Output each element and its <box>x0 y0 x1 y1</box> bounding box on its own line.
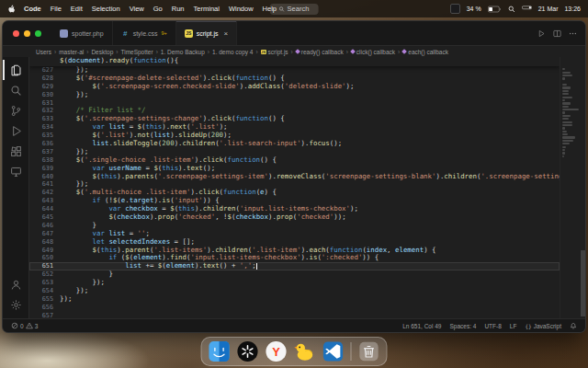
code-line[interactable]: 636 list.slideToggle(200).children('.lis… <box>29 140 560 148</box>
dock-separator <box>351 342 352 361</box>
dock-chatgpt-icon[interactable] <box>237 340 259 362</box>
settings-gear-icon[interactable] <box>3 294 28 315</box>
problems-indicator[interactable]: 0 3 <box>11 322 38 329</box>
code-line[interactable]: 645 $(checkbox).prop('checked', !$(check… <box>29 213 560 222</box>
desktop-wallpaper: CodeFileEditSelectionViewGoRunTerminalWi… <box>0 0 588 368</box>
breadcrumb-item[interactable]: 1. Demo Backup <box>161 49 205 55</box>
minimap[interactable] <box>560 57 581 318</box>
line-number: 643 <box>29 197 60 205</box>
close-icon[interactable]: × <box>224 29 229 38</box>
menu-view[interactable]: View <box>125 5 149 13</box>
split-editor-icon[interactable] <box>553 29 561 38</box>
menu-window[interactable]: Window <box>224 5 258 13</box>
menu-edit[interactable]: Edit <box>66 5 87 13</box>
code-line[interactable]: 630 }); <box>29 91 560 99</box>
chevron-right-icon: › <box>398 49 400 55</box>
breadcrumb-item[interactable]: Users <box>36 49 51 55</box>
tab-style.css[interactable]: #style.css9+ <box>113 21 176 45</box>
breadcrumb-item[interactable]: TimeSpotter <box>120 49 153 55</box>
battery-percent: 34 % <box>467 6 481 12</box>
more-actions-icon[interactable] <box>569 29 577 38</box>
indentation-setting[interactable]: Spaces: 4 <box>449 323 476 329</box>
scrollbar-thumb[interactable] <box>581 250 585 316</box>
code-line[interactable]: 640 $(this).parents('.screenpage-setting… <box>29 173 560 181</box>
remote-explorer-icon[interactable] <box>3 161 28 181</box>
menubar-time[interactable]: 13:26 <box>564 6 581 12</box>
breadcrumb-item[interactable]: 1. demo copy 4 <box>212 49 253 55</box>
control-center-icon[interactable] <box>522 6 532 13</box>
menu-selection[interactable]: Selection <box>87 5 125 13</box>
eol-setting[interactable]: LF <box>510 323 517 329</box>
breadcrumb-label: 1. demo copy 4 <box>212 49 253 55</box>
minimap-line <box>562 77 565 79</box>
code-text: }); <box>60 295 72 304</box>
line-number: 636 <box>29 140 60 148</box>
code-editor[interactable]: $(document).ready(function(){ 627 });628… <box>29 57 560 318</box>
php-file-icon <box>60 29 68 38</box>
menu-terminal[interactable]: Terminal <box>189 5 224 13</box>
minimap-line <box>562 106 569 108</box>
braces-icon: {} <box>525 323 531 329</box>
dock-cyberduck-icon[interactable] <box>294 340 316 362</box>
encoding-setting[interactable]: UTF-8 <box>484 323 501 329</box>
code-line[interactable]: 652 } <box>29 270 560 279</box>
line-number: 628 <box>29 75 60 83</box>
chevron-right-icon: › <box>156 49 158 55</box>
symbol-icon <box>350 49 356 54</box>
minimize-window-button[interactable] <box>24 30 30 37</box>
breadcrumb-item[interactable]: ready() callback <box>296 49 344 55</box>
search-icon[interactable] <box>3 80 28 100</box>
tab-script.js[interactable]: JSscript.js× <box>176 21 237 45</box>
code-line[interactable]: 655}); <box>29 295 560 304</box>
breadcrumb-item[interactable]: JSscript.js <box>261 49 288 55</box>
menubar-date[interactable]: 21 Mar <box>538 6 559 12</box>
code-line[interactable]: 653 }); <box>29 279 560 287</box>
menu-bar: CodeFileEditSelectionViewGoRunTerminalWi… <box>0 0 588 17</box>
scrollbar[interactable] <box>581 57 585 318</box>
dock-trash-icon[interactable] <box>358 340 380 362</box>
tab-label: spotter.php <box>72 30 104 37</box>
menu-code[interactable]: Code <box>19 5 46 13</box>
line-number: 637 <box>29 148 60 156</box>
breadcrumb-label: 1. Demo Backup <box>161 49 205 55</box>
run-icon[interactable] <box>537 29 546 38</box>
line-number: 642 <box>29 189 60 197</box>
run-debug-icon[interactable] <box>3 121 28 141</box>
notifications-bell-icon[interactable] <box>570 322 577 329</box>
spotlight-icon[interactable] <box>508 6 515 13</box>
breadcrumb-label: each() callback <box>408 49 448 55</box>
apple-menu-icon[interactable] <box>7 4 16 14</box>
code-line[interactable]: 657 <box>29 312 560 318</box>
menu-run[interactable]: Run <box>167 5 189 13</box>
code-line[interactable]: 656 <box>29 304 560 312</box>
language-mode[interactable]: {} JavaScript <box>525 323 561 329</box>
code-line[interactable]: 629 $('.screenpage-screen.checked-slide'… <box>29 83 560 91</box>
close-window-button[interactable] <box>13 30 19 37</box>
minimap-line <box>562 146 566 148</box>
line-number: 630 <box>29 91 60 99</box>
dock-finder-icon[interactable] <box>209 340 231 362</box>
breadcrumb-item[interactable]: each() callback <box>402 49 448 55</box>
code-line[interactable]: 654 }); <box>29 287 560 295</box>
breadcrumb-item[interactable]: Desktop <box>91 49 113 55</box>
minimap-line <box>562 124 572 126</box>
explorer-icon[interactable] <box>3 60 28 80</box>
menubar-app-icon[interactable] <box>450 4 460 14</box>
css-file-icon: # <box>121 29 130 38</box>
account-icon[interactable] <box>3 274 28 294</box>
chevron-right-icon: › <box>208 49 209 55</box>
sticky-scroll: $(document).ready(function(){ <box>29 57 560 66</box>
tab-spotter.php[interactable]: spotter.php <box>51 21 113 45</box>
menu-go[interactable]: Go <box>149 5 167 13</box>
cursor-position[interactable]: Ln 651, Col 49 <box>402 323 441 329</box>
dock-vscode-icon[interactable] <box>322 340 345 362</box>
breadcrumb-item[interactable]: master-al <box>59 49 84 55</box>
zoom-window-button[interactable] <box>35 30 41 37</box>
dock-yandex-icon[interactable]: Y <box>266 340 288 362</box>
menu-file[interactable]: File <box>46 5 66 13</box>
breadcrumb-item[interactable]: click() callback <box>351 49 395 55</box>
source-control-icon[interactable] <box>3 100 28 121</box>
menubar-search[interactable]: Search <box>270 4 319 15</box>
extensions-icon[interactable] <box>3 141 28 161</box>
sticky-line[interactable]: $(document).ready(function(){ <box>29 57 560 65</box>
